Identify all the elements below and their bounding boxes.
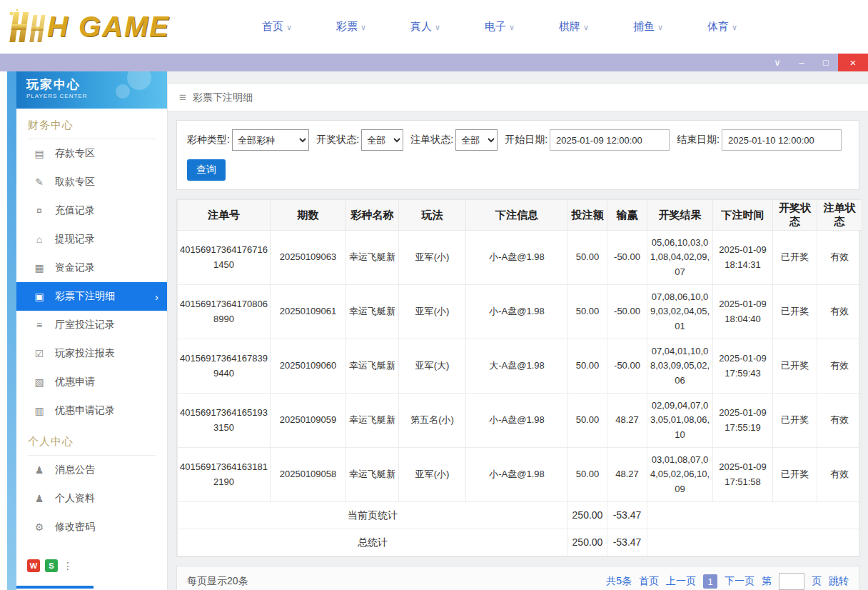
chevron-down-icon: ∨ bbox=[286, 23, 292, 31]
cell-result: 03,01,08,07,04,05,02,06,10,09 bbox=[647, 448, 713, 502]
cell-info: 小-A盘@1.98 bbox=[466, 285, 568, 339]
wps-spreadsheet-icon[interactable]: S bbox=[45, 559, 58, 572]
nav-item-3[interactable]: 真人∨ bbox=[388, 20, 463, 34]
column-header: 彩种名称 bbox=[346, 200, 399, 231]
more-dots-icon[interactable]: ⋮ bbox=[63, 560, 73, 571]
sidebar-item-withdraw[interactable]: ✎取款专区 bbox=[16, 168, 167, 196]
column-header: 开奖状态 bbox=[773, 200, 817, 231]
bet-status-label: 注单状态: bbox=[410, 134, 453, 146]
sidebar-bottom-bar bbox=[16, 586, 94, 589]
cell-name: 幸运飞艇新 bbox=[346, 394, 399, 448]
total-count-text: 共5条 bbox=[606, 575, 632, 588]
cell-amount: 50.00 bbox=[568, 231, 607, 285]
nav-item-label: 真人 bbox=[410, 20, 432, 32]
sidebar-item-promo-record[interactable]: ▥优惠申请记录 bbox=[16, 396, 167, 425]
summary-empty bbox=[647, 502, 862, 529]
summary-winloss: -53.47 bbox=[607, 502, 647, 529]
floating-toolbar: W S ⋮ bbox=[27, 559, 73, 572]
window-frame-strip bbox=[7, 71, 16, 590]
sidebar-item-recharge[interactable]: ¤充值记录 bbox=[16, 196, 167, 225]
pagination-bar: 每页显示20条 共5条 首页 上一页 1 下一页 第 页 跳转 bbox=[176, 566, 859, 590]
sidebar-item-lottery[interactable]: ▣彩票下注明细› bbox=[16, 282, 167, 311]
sidebar-item-password[interactable]: ⚙修改密码 bbox=[16, 513, 167, 541]
column-header: 投注额 bbox=[568, 200, 607, 231]
prev-page-link[interactable]: 上一页 bbox=[666, 575, 696, 588]
cell-time: 2025-01-09 18:14:31 bbox=[713, 231, 773, 285]
start-date-label: 开始日期: bbox=[505, 134, 547, 146]
cell-winloss: -50.00 bbox=[607, 231, 647, 285]
cell-time: 2025-01-09 17:55:19 bbox=[713, 394, 773, 448]
bet-status-select[interactable]: 全部 bbox=[455, 129, 498, 151]
draw-status-select[interactable]: 全部 bbox=[361, 129, 403, 151]
cell-time: 2025-01-09 18:04:40 bbox=[713, 285, 773, 339]
first-page-link[interactable]: 首页 bbox=[639, 575, 659, 588]
search-button[interactable]: 查询 bbox=[187, 159, 226, 181]
report-icon: ☑ bbox=[34, 348, 45, 359]
sidebar-item-cashout[interactable]: ⌂提现记录 bbox=[16, 225, 167, 254]
summary-empty bbox=[647, 529, 862, 556]
chevron-down-icon: ∨ bbox=[435, 23, 440, 31]
sidebar-item-hall[interactable]: ≡厅室投注记录 bbox=[16, 311, 167, 339]
nav-item-label: 电子 bbox=[485, 20, 506, 32]
start-date-input[interactable] bbox=[550, 129, 670, 151]
nav-item-5[interactable]: 棋牌∨ bbox=[537, 20, 611, 34]
nav-item-6[interactable]: 捕鱼∨ bbox=[611, 20, 685, 34]
cell-name: 幸运飞艇新 bbox=[346, 231, 399, 285]
column-header: 玩法 bbox=[399, 200, 466, 231]
sidebar-sections: 财务中心▤存款专区✎取款专区¤充值记录⌂提现记录▦资金记录▣彩票下注明细›≡厅室… bbox=[16, 119, 167, 541]
sidebar-item-label: 资金记录 bbox=[55, 261, 95, 274]
nav-item-label: 捕鱼 bbox=[633, 20, 655, 32]
window-dropdown-chevron-icon[interactable]: ∨ bbox=[765, 54, 789, 71]
nav-item-1[interactable]: 首页∨ bbox=[240, 20, 314, 34]
nav-item-2[interactable]: 彩票∨ bbox=[314, 20, 388, 34]
site-logo[interactable]: H GAME bbox=[6, 8, 206, 46]
sidebar-item-label: 厅室投注记录 bbox=[55, 319, 115, 331]
window-maximize-button[interactable]: □ bbox=[814, 54, 838, 71]
cell-id: 401569173641631812190 bbox=[178, 448, 271, 502]
sidebar-item-report[interactable]: ☑玩家投注报表 bbox=[16, 339, 167, 368]
column-header: 输赢 bbox=[607, 200, 647, 231]
promo-icon: ▧ bbox=[34, 376, 45, 388]
page-title: 彩票下注明细 bbox=[193, 91, 253, 104]
jump-page-input[interactable] bbox=[779, 573, 804, 590]
sidebar-item-promo[interactable]: ▧优惠申请 bbox=[16, 368, 167, 396]
cell-play: 亚军(大) bbox=[399, 339, 466, 394]
sidebar-item-deposit[interactable]: ▤存款专区 bbox=[16, 139, 167, 168]
chevron-right-icon: › bbox=[155, 291, 158, 303]
cell-status: 有效 bbox=[817, 394, 862, 448]
next-page-link[interactable]: 下一页 bbox=[725, 575, 755, 588]
end-date-input[interactable] bbox=[722, 129, 842, 151]
nav-item-7[interactable]: 体育∨ bbox=[685, 20, 760, 34]
window-minimize-button[interactable]: – bbox=[789, 54, 814, 71]
cell-period: 20250109063 bbox=[271, 231, 346, 285]
current-page-button[interactable]: 1 bbox=[703, 574, 717, 589]
sidebar-item-profile[interactable]: ♟个人资料 bbox=[16, 484, 167, 513]
summary-label: 总统计 bbox=[178, 529, 568, 556]
cell-play: 亚军(小) bbox=[399, 285, 466, 339]
cell-play: 亚军(小) bbox=[399, 231, 466, 285]
sidebar-item-label: 优惠申请 bbox=[55, 376, 95, 389]
cell-result: 02,09,04,07,03,05,01,08,06,10 bbox=[647, 394, 713, 448]
wps-writer-icon[interactable]: W bbox=[27, 559, 40, 572]
sidebar-item-label: 充值记录 bbox=[55, 204, 95, 217]
lottery-type-select[interactable]: 全部彩种 bbox=[232, 129, 309, 151]
jump-button[interactable]: 跳转 bbox=[829, 575, 849, 588]
menu-hamburger-icon[interactable]: ≡ bbox=[179, 91, 186, 105]
nav-item-4[interactable]: 电子∨ bbox=[463, 20, 537, 34]
table-row: 40156917364163181219020250109058幸运飞艇新亚军(… bbox=[178, 448, 862, 502]
sidebar-item-funds[interactable]: ▦资金记录 bbox=[16, 254, 167, 282]
table-row: 40156917364165193315020250109059幸运飞艇新第五名… bbox=[178, 394, 862, 448]
window-close-button[interactable]: × bbox=[838, 54, 868, 71]
cell-result: 07,04,01,10,08,03,09,05,02,06 bbox=[647, 339, 713, 394]
cell-winloss: 48.27 bbox=[607, 394, 647, 448]
logo-text: H GAME bbox=[47, 11, 170, 43]
sidebar: 玩家中心 PLAYERS CENTER 财务中心▤存款专区✎取款专区¤充值记录⌂… bbox=[16, 71, 168, 590]
cell-play: 亚军(小) bbox=[399, 448, 466, 502]
password-icon: ⚙ bbox=[34, 521, 45, 533]
top-nav: 首页∨彩票∨真人∨电子∨棋牌∨捕鱼∨体育∨ bbox=[240, 20, 760, 34]
cell-time: 2025-01-09 17:59:43 bbox=[713, 339, 773, 394]
sidebar-item-message[interactable]: ♟消息公告 bbox=[16, 456, 167, 484]
cell-amount: 50.00 bbox=[568, 448, 607, 502]
table-row: 40156917364167839944020250109060幸运飞艇新亚军(… bbox=[178, 339, 862, 394]
cashout-icon: ⌂ bbox=[34, 234, 45, 245]
